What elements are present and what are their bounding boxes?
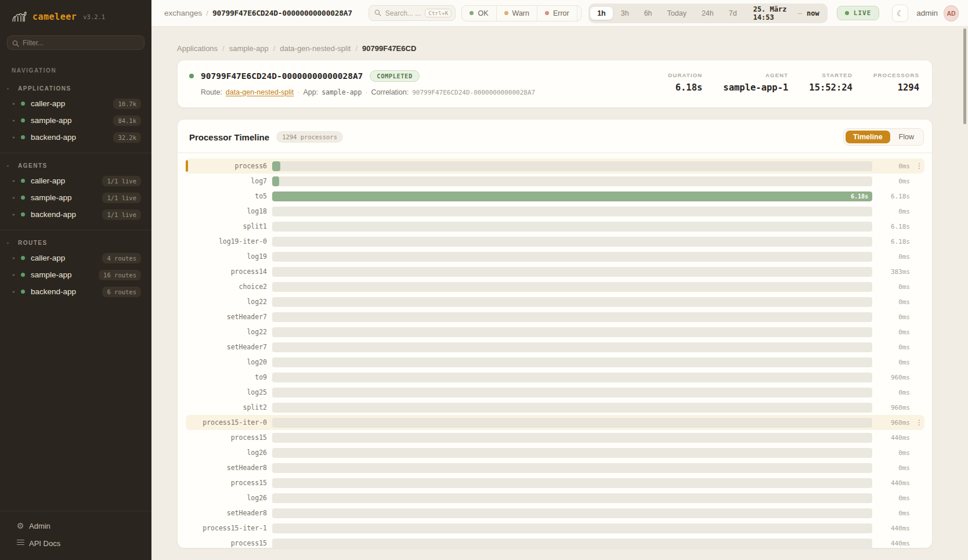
route-link[interactable]: data-gen-nested-split [226, 88, 294, 96]
breadcrumb-part[interactable]: data-gen-nested-split [280, 44, 351, 53]
view-button-timeline[interactable]: Timeline [846, 131, 890, 143]
range-button-1h[interactable]: 1h [590, 7, 613, 20]
timeline-row-choice2[interactable]: choice20ms⋮ [186, 279, 924, 294]
footer-item-admin[interactable]: ⚙Admin [5, 517, 147, 534]
breadcrumb-exchange-id: 90799F47E6CD24D-00000000000028A7 [212, 9, 352, 17]
timeline-row-process6[interactable]: process60ms⋮ [186, 158, 924, 174]
sidebar-item-backend-app[interactable]: ▸backend-app32.2k [0, 129, 151, 146]
breadcrumb-part[interactable]: sample-app [229, 44, 269, 53]
status-filter-warn[interactable]: Warn [496, 6, 537, 21]
timeline-row-split1[interactable]: split16.18s⋮ [186, 219, 924, 234]
timeline-row-process15-iter-0[interactable]: process15-iter-0960ms⋮ [186, 415, 924, 430]
stat-started: STARTED15:52:24 [809, 72, 853, 93]
sidebar-item-backend-app[interactable]: ▸backend-app6 routes [0, 283, 151, 300]
timeline-row-process14[interactable]: process14383ms⋮ [186, 264, 924, 279]
app-logo[interactable]: cameleer v3.2.1 [0, 0, 151, 31]
sidebar-item-caller-app[interactable]: ▸caller-app10.7k [0, 95, 151, 112]
sidebar-footer: ⚙AdminAPI Docs [0, 511, 151, 560]
timeline-row-setHeader7[interactable]: setHeader70ms⋮ [186, 339, 924, 355]
processor-name: split2 [190, 403, 267, 411]
timeline-header: Processor Timeline 1294 processors Timel… [178, 120, 932, 153]
status-filter-extra[interactable] [577, 6, 581, 21]
row-duration: 383ms [877, 268, 910, 276]
timeline-row-log22[interactable]: log220ms⋮ [186, 324, 924, 339]
correlation-value: 90799F47E6CD24D-00000000000028A7 [412, 89, 535, 96]
row-duration: 440ms [877, 540, 910, 547]
username-label: admin [916, 9, 938, 17]
sidebar-item-caller-app[interactable]: ▸caller-app1/1 live [0, 172, 151, 189]
timeline-row-setHeader7[interactable]: setHeader70ms⋮ [186, 309, 924, 324]
stat-value: 6.18s [668, 82, 702, 93]
timeline-track: 6.18s [272, 192, 872, 201]
timeline-track [272, 222, 872, 232]
timeline-row-process15-iter-1[interactable]: process15-iter-1440ms⋮ [186, 521, 924, 536]
row-duration: 0ms [877, 253, 910, 261]
kebab-menu-icon[interactable]: ⋮ [915, 418, 923, 427]
row-duration: 0ms [877, 283, 910, 291]
timeline-row-log26[interactable]: log260ms⋮ [186, 490, 924, 505]
status-filter-ok[interactable]: OK [462, 6, 496, 21]
status-dot-icon [21, 212, 25, 216]
view-button-flow[interactable]: Flow [891, 131, 922, 143]
timeline-row-process15[interactable]: process15440ms⋮ [186, 430, 924, 445]
timeline-row-split2[interactable]: split2960ms⋮ [186, 400, 924, 415]
filter-input[interactable] [7, 35, 145, 50]
section-header[interactable]: ▾AGENTS [0, 160, 151, 172]
timeline-row-log18[interactable]: log180ms⋮ [186, 204, 924, 219]
row-duration: 0ms [877, 464, 910, 472]
processor-name: to9 [190, 373, 267, 381]
timeline-row-log26[interactable]: log260ms⋮ [186, 445, 924, 460]
timeline-row-log19-iter-0[interactable]: log19-iter-06.18s⋮ [186, 234, 924, 249]
live-toggle[interactable]: LIVE [837, 6, 880, 20]
timeline-bar [272, 161, 280, 171]
range-button-7d[interactable]: 7d [722, 7, 744, 20]
stat-duration: DURATION6.18s [668, 72, 702, 93]
timeline-row-to5[interactable]: to56.18s6.18s⋮ [186, 189, 924, 204]
avatar[interactable]: AD [944, 5, 959, 21]
timeline-row-log25[interactable]: log250ms⋮ [186, 385, 924, 400]
timeline-row-log19[interactable]: log190ms⋮ [186, 249, 924, 264]
sidebar-item-sample-app[interactable]: ▸sample-app16 routes [0, 266, 151, 283]
status-dot-icon [469, 11, 474, 15]
global-search[interactable]: Search... ... Ctrl+K [369, 5, 456, 21]
status-filter-error[interactable]: Error [537, 6, 577, 21]
row-duration: 6.18s [877, 223, 910, 230]
sidebar-item-badge: 84.1k [113, 115, 141, 126]
processor-name: process15 [190, 433, 267, 442]
range-button-today[interactable]: Today [660, 7, 694, 20]
timeline-track [272, 373, 872, 382]
timeline-row-process15[interactable]: process15440ms⋮ [186, 475, 924, 490]
section-header[interactable]: ▾APPLICATIONS [0, 83, 151, 95]
sidebar-item-sample-app[interactable]: ▸sample-app84.1k [0, 112, 151, 129]
chevron-right-icon: ▸ [13, 118, 21, 123]
timeline-row-process15[interactable]: process15440ms⋮ [186, 536, 924, 548]
timeline-row-to9[interactable]: to9960ms⋮ [186, 370, 924, 385]
breadcrumb-part[interactable]: Applications [177, 44, 218, 53]
breadcrumb-exchanges-link[interactable]: exchanges [164, 9, 202, 17]
kebab-menu-icon[interactable]: ⋮ [915, 162, 923, 170]
sidebar-item-sample-app[interactable]: ▸sample-app1/1 live [0, 189, 151, 206]
range-button-24h[interactable]: 24h [695, 7, 721, 20]
sidebar-item-caller-app[interactable]: ▸caller-app4 routes [0, 250, 151, 266]
sidebar-item-backend-app[interactable]: ▸backend-app1/1 live [0, 206, 151, 223]
row-duration: 0ms [877, 208, 910, 215]
timeline-row-log20[interactable]: log200ms⋮ [186, 355, 924, 370]
dark-mode-toggle[interactable]: ☾ [892, 5, 908, 22]
status-dot-icon [21, 196, 25, 200]
breadcrumb-separator: / [355, 44, 357, 53]
range-button-3h[interactable]: 3h [614, 7, 636, 20]
scrollbar[interactable] [963, 28, 966, 124]
range-button-6h[interactable]: 6h [637, 7, 659, 20]
timeline-row-setHeader8[interactable]: setHeader80ms⋮ [186, 460, 924, 475]
sidebar-item-badge: 1/1 live [102, 193, 141, 203]
section-header[interactable]: ▾ROUTES [0, 237, 151, 250]
timeline-row-setHeader8[interactable]: setHeader80ms⋮ [186, 505, 924, 521]
timeline-row-log7[interactable]: log70ms⋮ [186, 174, 924, 189]
status-dot-icon [21, 102, 25, 106]
row-duration: 0ms [877, 510, 910, 517]
footer-item-label: API Docs [29, 539, 60, 548]
footer-item-api-docs[interactable]: API Docs [5, 534, 147, 552]
timeline-row-log22[interactable]: log220ms⋮ [186, 294, 924, 309]
status-filter-label: OK [478, 9, 488, 17]
processor-name: log22 [190, 328, 267, 336]
